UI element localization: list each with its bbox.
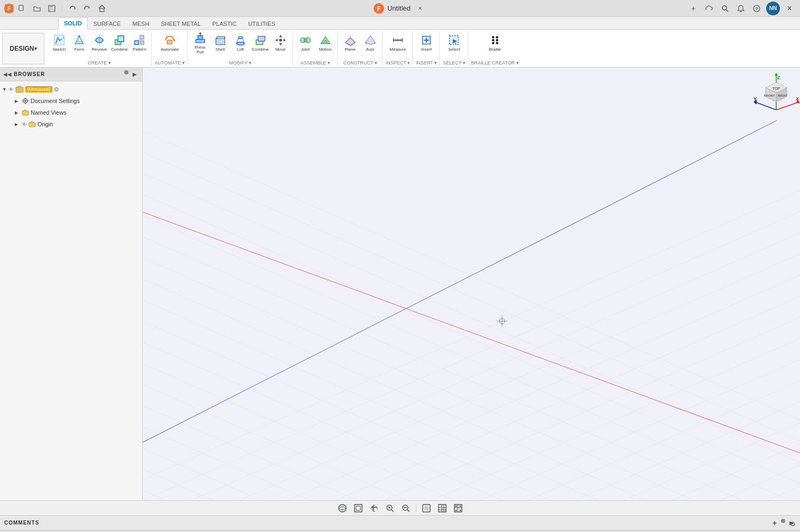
window-close-button[interactable]: × [783, 2, 796, 15]
add-comment-button[interactable]: + [770, 519, 779, 527]
eye-toggle-icon[interactable]: 👁 [8, 87, 14, 92]
braille-label: Braille [489, 48, 501, 52]
svg-rect-21 [135, 41, 138, 44]
loft-button[interactable]: Loft [231, 32, 250, 55]
orbit-button[interactable] [336, 502, 349, 514]
frame-button[interactable] [351, 502, 365, 514]
add-tab-button[interactable]: + [687, 2, 700, 15]
assemble-icons: Joint Motion [296, 32, 335, 55]
joint-label: Joint [301, 48, 310, 52]
press-pull-button[interactable]: Press Pull [191, 32, 210, 55]
tab-utilities[interactable]: UTILITIES [243, 18, 281, 29]
axis-button[interactable]: Axis [361, 32, 380, 55]
zoom-fit-button[interactable] [399, 502, 413, 514]
notifications-button[interactable] [734, 2, 747, 15]
measure-label: Measure [389, 48, 406, 52]
undo-button[interactable] [66, 2, 79, 15]
tab-solid[interactable]: SOLID [58, 17, 88, 30]
pattern-button[interactable]: Pattern [130, 32, 149, 55]
svg-point-42 [279, 39, 282, 42]
joint-button[interactable]: Joint [296, 32, 315, 55]
tab-sheet-metal[interactable]: SHEET METAL [155, 18, 206, 29]
svg-text:F: F [377, 5, 380, 13]
sketch-button[interactable]: Sketch [50, 32, 69, 55]
tab-surface[interactable]: SURFACE [88, 18, 127, 29]
braille-creator-group: Braille BRAILLE CREATOR ▾ [469, 32, 521, 66]
browser-panel: ◀◀ BROWSER ▶ ▼ 👁 (Unsaved) ⚙ [0, 68, 143, 500]
bottom-toolbar [0, 500, 800, 515]
combine2-label: Combine [252, 48, 269, 52]
redo-button[interactable] [81, 2, 94, 15]
shell-button[interactable]: Shell [211, 32, 230, 55]
titlebar: F | F Untitled × + [0, 0, 800, 17]
svg-marker-40 [275, 39, 278, 42]
svg-line-121 [776, 102, 799, 110]
new-file-button[interactable] [16, 2, 29, 15]
svg-point-57 [496, 36, 498, 39]
svg-text:X: X [796, 96, 799, 101]
display-settings-button[interactable] [420, 502, 433, 514]
svg-rect-69 [22, 111, 29, 115]
braille-icons: Braille [482, 32, 508, 55]
tab-plastic[interactable]: PLASTIC [207, 18, 243, 29]
plane-button[interactable]: Plane [341, 32, 360, 55]
axis-icon [364, 34, 377, 46]
shell-icon [214, 34, 227, 46]
avatar[interactable]: NN [766, 2, 780, 15]
combine-button[interactable]: Combine [110, 32, 129, 55]
home-button[interactable] [96, 2, 108, 15]
open-file-button[interactable] [31, 2, 43, 15]
svg-rect-8 [100, 8, 104, 12]
settings-gear-button[interactable]: ⚙ [790, 520, 796, 528]
pan-button[interactable] [367, 502, 381, 514]
search-button[interactable] [719, 2, 731, 15]
shell-label: Shell [216, 48, 225, 52]
browser-origin[interactable]: ▶ 👁 Origin [0, 118, 142, 130]
combine2-button[interactable]: Combine [251, 32, 270, 55]
tab-mesh[interactable]: MESH [127, 18, 155, 29]
svg-point-156 [455, 505, 457, 507]
app-logo: F [374, 3, 384, 14]
svg-point-134 [339, 505, 346, 512]
zoom-region-button[interactable] [383, 502, 397, 514]
save-button[interactable] [45, 2, 58, 15]
grid-settings-button[interactable] [435, 502, 449, 514]
svg-rect-5 [50, 9, 54, 11]
item-settings-btn[interactable]: ⚙ [54, 86, 59, 93]
braille-icon [489, 34, 501, 46]
cloud-button[interactable] [703, 2, 715, 15]
insert-button[interactable]: Insert [417, 32, 436, 55]
braille-button[interactable]: Braille [482, 32, 508, 55]
viewport[interactable]: Z X Y TOP FRONT RIGHT [143, 68, 800, 500]
browser-document-settings[interactable]: ▶ Document Settings [0, 95, 142, 107]
inspect-group: Measure INSPECT ▾ [384, 32, 413, 66]
origin-eye-icon[interactable]: 👁 [22, 122, 27, 127]
revolve-button[interactable]: Revolve [90, 32, 109, 55]
browser-root-item[interactable]: ▼ 👁 (Unsaved) ⚙ [0, 83, 142, 95]
toolbar-tabs: SOLID SURFACE MESH SHEET METAL PLASTIC U… [0, 17, 800, 30]
move-button[interactable]: Move [271, 32, 290, 55]
svg-rect-62 [16, 87, 23, 92]
select-button[interactable]: Select [444, 32, 463, 55]
close-document-button[interactable]: × [414, 2, 426, 15]
tree-arrow-views: ▶ [15, 110, 20, 115]
create-form-button[interactable]: Form [70, 32, 89, 55]
help-button[interactable]: ? [750, 2, 763, 15]
comments-panel: COMMENTS + ▶ [0, 515, 800, 530]
folder-icon [22, 109, 29, 116]
browser-expand-button[interactable]: ▶ [131, 70, 139, 79]
svg-rect-25 [168, 40, 172, 44]
viewcube[interactable]: Z X Y TOP FRONT RIGHT [752, 73, 795, 115]
unsaved-badge: (Unsaved) [25, 86, 53, 92]
browser-named-views[interactable]: ▶ Named Views [0, 107, 142, 118]
motion-button[interactable]: Motion [316, 32, 335, 55]
select-icons: Select [444, 32, 463, 55]
view-cube-settings-button[interactable] [451, 502, 465, 514]
design-dropdown-button[interactable]: DESIGN ▾ [2, 33, 44, 64]
measure-button[interactable]: Measure [388, 32, 407, 55]
root-collapse-btn[interactable]: ▼ [2, 87, 7, 92]
automate-button[interactable]: Automate [157, 32, 182, 55]
browser-collapse-button[interactable]: ◀◀ [3, 70, 12, 79]
modify-group-label: MODIFY ▾ [191, 60, 290, 66]
browser-dot-indicator [124, 70, 128, 74]
